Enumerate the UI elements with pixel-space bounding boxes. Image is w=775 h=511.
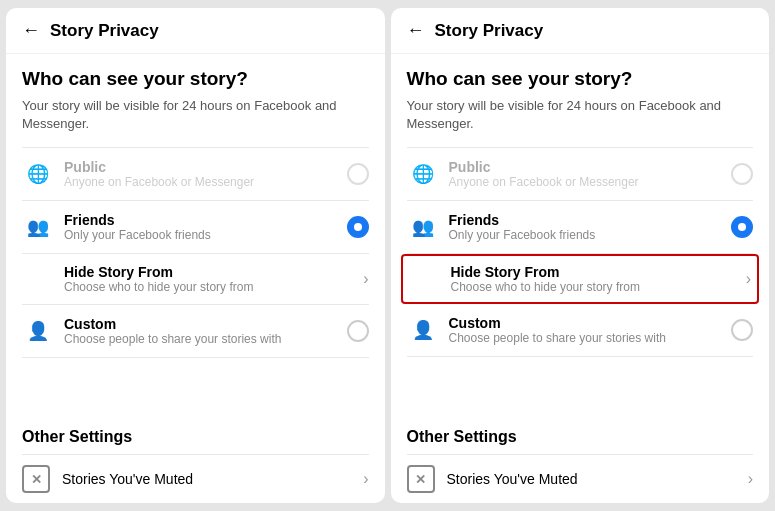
public-label: Public <box>449 159 732 175</box>
friends-icon: 👥 <box>22 211 54 243</box>
hide-story-from-sublabel: Choose who to hide your story from <box>64 280 363 294</box>
panel-left: ←Story PrivacyWho can see your story?You… <box>6 8 385 503</box>
custom-icon: 👤 <box>407 314 439 346</box>
option-hide-story-from[interactable]: Hide Story FromChoose who to hide your s… <box>22 254 369 305</box>
custom-label: Custom <box>64 316 347 332</box>
settings-item-muted-label: Stories You've Muted <box>447 471 748 487</box>
settings-item-muted[interactable]: ✕Stories You've Muted› <box>407 454 754 503</box>
settings-item-muted[interactable]: ✕Stories You've Muted› <box>22 454 369 503</box>
other-settings-section: Other Settings✕Stories You've Muted› <box>6 414 385 503</box>
other-settings-title: Other Settings <box>22 428 369 446</box>
friends-sublabel: Only your Facebook friends <box>64 228 347 242</box>
option-public[interactable]: 🌐PublicAnyone on Facebook or Messenger <box>22 148 369 201</box>
option-custom[interactable]: 👤CustomChoose people to share your stori… <box>22 305 369 358</box>
option-friends[interactable]: 👥FriendsOnly your Facebook friends <box>22 201 369 254</box>
muted-stories-icon: ✕ <box>407 465 435 493</box>
public-icon: 🌐 <box>22 158 54 190</box>
hide-story-from-text: Hide Story FromChoose who to hide your s… <box>64 264 363 294</box>
settings-item-muted-label: Stories You've Muted <box>62 471 363 487</box>
friends-radio[interactable] <box>347 216 369 238</box>
hide-story-from-sublabel: Choose who to hide your story from <box>451 280 746 294</box>
option-public[interactable]: 🌐PublicAnyone on Facebook or Messenger <box>407 148 754 201</box>
public-radio[interactable] <box>731 163 753 185</box>
section-title: Who can see your story? <box>22 68 369 91</box>
public-label: Public <box>64 159 347 175</box>
settings-item-muted-chevron: › <box>748 470 753 488</box>
public-radio[interactable] <box>347 163 369 185</box>
privacy-options-list: 🌐PublicAnyone on Facebook or Messenger👥F… <box>22 147 369 358</box>
custom-radio[interactable] <box>731 319 753 341</box>
public-sublabel: Anyone on Facebook or Messenger <box>449 175 732 189</box>
custom-label: Custom <box>449 315 732 331</box>
hide-story-from-chevron: › <box>746 270 751 288</box>
custom-radio[interactable] <box>347 320 369 342</box>
option-custom[interactable]: 👤CustomChoose people to share your stori… <box>407 304 754 357</box>
option-hide-story-from[interactable]: Hide Story FromChoose who to hide your s… <box>401 254 760 304</box>
section-description: Your story will be visible for 24 hours … <box>22 97 369 133</box>
privacy-options-list: 🌐PublicAnyone on Facebook or Messenger👥F… <box>407 147 754 357</box>
hide-story-from-label: Hide Story From <box>451 264 746 280</box>
friends-icon: 👥 <box>407 211 439 243</box>
public-text: PublicAnyone on Facebook or Messenger <box>64 159 347 189</box>
public-text: PublicAnyone on Facebook or Messenger <box>449 159 732 189</box>
section-description: Your story will be visible for 24 hours … <box>407 97 754 133</box>
page-title: Story Privacy <box>50 21 159 41</box>
panel-right: ←Story PrivacyWho can see your story?You… <box>391 8 770 503</box>
page-title: Story Privacy <box>435 21 544 41</box>
friends-label: Friends <box>449 212 732 228</box>
public-sublabel: Anyone on Facebook or Messenger <box>64 175 347 189</box>
panel-left-header: ←Story Privacy <box>6 8 385 54</box>
public-icon: 🌐 <box>407 158 439 190</box>
back-button[interactable]: ← <box>407 20 425 41</box>
custom-sublabel: Choose people to share your stories with <box>64 332 347 346</box>
option-friends[interactable]: 👥FriendsOnly your Facebook friends <box>407 201 754 254</box>
hide-story-from-text: Hide Story FromChoose who to hide your s… <box>451 264 746 294</box>
hide-story-from-chevron: › <box>363 270 368 288</box>
friends-label: Friends <box>64 212 347 228</box>
friends-radio[interactable] <box>731 216 753 238</box>
settings-item-muted-chevron: › <box>363 470 368 488</box>
panel-right-body: Who can see your story?Your story will b… <box>391 54 770 414</box>
app-container: ←Story PrivacyWho can see your story?You… <box>0 0 775 511</box>
other-settings-section: Other Settings✕Stories You've Muted› <box>391 414 770 503</box>
other-settings-title: Other Settings <box>407 428 754 446</box>
custom-sublabel: Choose people to share your stories with <box>449 331 732 345</box>
custom-icon: 👤 <box>22 315 54 347</box>
custom-text: CustomChoose people to share your storie… <box>64 316 347 346</box>
friends-sublabel: Only your Facebook friends <box>449 228 732 242</box>
back-button[interactable]: ← <box>22 20 40 41</box>
panel-left-body: Who can see your story?Your story will b… <box>6 54 385 414</box>
friends-text: FriendsOnly your Facebook friends <box>64 212 347 242</box>
friends-text: FriendsOnly your Facebook friends <box>449 212 732 242</box>
hide-story-from-label: Hide Story From <box>64 264 363 280</box>
custom-text: CustomChoose people to share your storie… <box>449 315 732 345</box>
panel-right-header: ←Story Privacy <box>391 8 770 54</box>
section-title: Who can see your story? <box>407 68 754 91</box>
muted-stories-icon: ✕ <box>22 465 50 493</box>
